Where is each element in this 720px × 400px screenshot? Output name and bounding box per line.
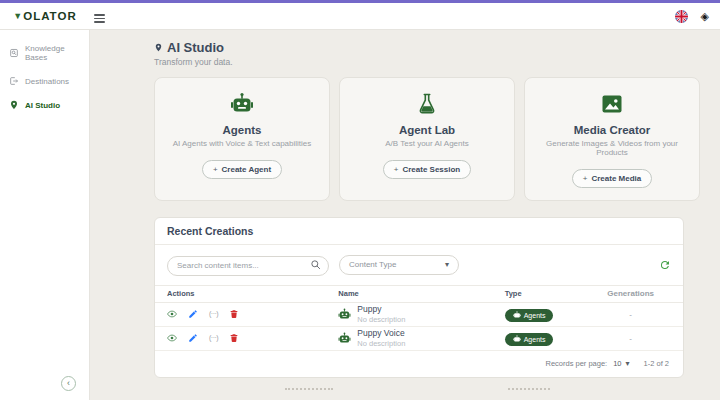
panel-title: Recent Creations <box>155 218 683 245</box>
sidebar-item-label: AI Studio <box>25 101 60 110</box>
pencil-icon[interactable] <box>188 309 198 319</box>
table-controls: Content Type ▾ <box>155 245 683 285</box>
content-type-select[interactable]: Content Type ▾ <box>339 255 459 275</box>
row-actions: (···) <box>167 309 338 319</box>
create-agent-button[interactable]: + Create Agent <box>202 160 282 179</box>
table-header: Actions Name Type Generations <box>155 285 683 303</box>
chevron-down-icon: ▾ <box>445 260 449 269</box>
main-content: AI Studio Transform your data. Agents AI… <box>90 30 720 400</box>
code-icon[interactable]: (···) <box>209 333 218 343</box>
plus-icon: + <box>213 165 218 174</box>
language-uk-flag-icon[interactable] <box>675 10 688 23</box>
records-per-page-label: Records per page: <box>546 359 608 368</box>
search-box <box>167 254 329 276</box>
topbar: ▼ OLATOR ◈ <box>0 3 720 30</box>
name-cell: Puppy Voice No description <box>338 328 504 348</box>
plus-icon: + <box>583 174 588 183</box>
generations-value: - <box>590 310 671 319</box>
recent-creations-panel: Recent Creations Content Type ▾ Actions … <box>154 217 684 378</box>
eye-icon[interactable] <box>167 309 177 319</box>
row-actions: (···) <box>167 333 338 343</box>
logo-text: OLATOR <box>23 10 77 22</box>
send-icon <box>9 76 19 86</box>
page-range: 1-2 of 2 <box>644 359 669 368</box>
per-page-select[interactable]: 10 ▾ <box>613 359 629 368</box>
item-description: No description <box>357 339 405 348</box>
button-label: Create Session <box>402 165 460 174</box>
badge-label: Agents <box>524 336 546 343</box>
robot-icon <box>230 92 254 116</box>
col-generations: Generations <box>590 289 671 298</box>
type-badge: Agents <box>505 309 554 322</box>
table-row[interactable]: (···) Puppy Voice No description A <box>155 327 683 351</box>
sidebar-collapse-button[interactable]: ‹ <box>61 376 76 391</box>
feature-cards: Agents AI Agents with Voice & Text capab… <box>154 77 700 201</box>
item-description: No description <box>357 315 405 324</box>
generations-value: - <box>590 334 671 343</box>
eye-icon[interactable] <box>167 333 177 343</box>
robot-icon <box>513 335 521 343</box>
sidebar-item-label: Knowledge Bases <box>25 44 80 62</box>
card-description: AI Agents with Voice & Text capabilities <box>173 139 312 148</box>
item-name: Puppy <box>357 304 405 314</box>
org-diamond-icon[interactable]: ◈ <box>701 11 709 22</box>
plus-icon: + <box>394 165 399 174</box>
robot-icon <box>338 308 351 321</box>
card-description: A/B Test your AI Agents <box>385 139 468 148</box>
page-title: AI Studio <box>167 40 224 55</box>
logo-triangle-icon: ▼ <box>13 12 22 21</box>
col-type: Type <box>505 289 591 298</box>
code-icon[interactable]: (···) <box>209 309 218 319</box>
search-input[interactable] <box>167 256 329 276</box>
pencil-icon[interactable] <box>188 333 198 343</box>
robot-icon <box>513 311 521 319</box>
trash-icon[interactable] <box>229 333 239 343</box>
map-pin-icon <box>154 43 163 52</box>
sidebar-item-label: Destinations <box>25 77 69 86</box>
trash-icon[interactable] <box>229 309 239 319</box>
card-description: Generate Images & Videos from your Produ… <box>533 139 691 157</box>
sidebar: Knowledge Bases Destinations AI Studio ‹ <box>0 30 90 400</box>
card-title: Media Creator <box>574 124 651 136</box>
page-subtitle: Transform your data. <box>154 57 700 67</box>
robot-icon <box>338 332 351 345</box>
app-window: ▼ OLATOR ◈ Knowledge Bases <box>0 0 720 400</box>
create-session-button[interactable]: + Create Session <box>383 160 471 179</box>
create-media-button[interactable]: + Create Media <box>572 169 652 188</box>
card-agent-lab[interactable]: Agent Lab A/B Test your AI Agents + Crea… <box>339 77 515 201</box>
topbar-actions: ◈ <box>675 10 720 23</box>
sidebar-item-knowledge-bases[interactable]: Knowledge Bases <box>0 37 89 69</box>
flask-icon <box>415 92 439 116</box>
card-media-creator[interactable]: Media Creator Generate Images & Videos f… <box>524 77 700 201</box>
book-search-icon <box>9 48 19 58</box>
app-logo[interactable]: ▼ OLATOR <box>0 10 90 22</box>
image-icon <box>600 92 624 116</box>
col-name: Name <box>338 289 504 298</box>
table-row[interactable]: (···) Puppy No description Agents <box>155 303 683 327</box>
per-page-value: 10 <box>613 359 621 368</box>
refresh-icon[interactable] <box>659 259 671 271</box>
type-badge: Agents <box>505 333 554 346</box>
badge-label: Agents <box>524 312 546 319</box>
chevron-left-icon: ‹ <box>67 378 70 388</box>
card-title: Agents <box>223 124 262 136</box>
cutoff-dashed-element <box>508 388 550 390</box>
search-icon[interactable] <box>310 259 321 270</box>
card-title: Agent Lab <box>399 124 455 136</box>
map-pin-icon <box>9 100 19 110</box>
pagination: Records per page: 10 ▾ 1-2 of 2 <box>155 351 683 377</box>
chevron-down-icon: ▾ <box>626 359 630 368</box>
name-cell: Puppy No description <box>338 304 504 324</box>
button-label: Create Media <box>591 174 641 183</box>
select-label: Content Type <box>349 260 396 269</box>
hamburger-icon[interactable] <box>94 14 105 23</box>
card-agents[interactable]: Agents AI Agents with Voice & Text capab… <box>154 77 330 201</box>
cutoff-dashed-element <box>285 388 333 390</box>
sidebar-item-destinations[interactable]: Destinations <box>0 69 89 93</box>
col-actions: Actions <box>167 289 338 298</box>
button-label: Create Agent <box>222 165 272 174</box>
item-name: Puppy Voice <box>357 328 405 338</box>
sidebar-item-ai-studio[interactable]: AI Studio <box>0 93 89 117</box>
